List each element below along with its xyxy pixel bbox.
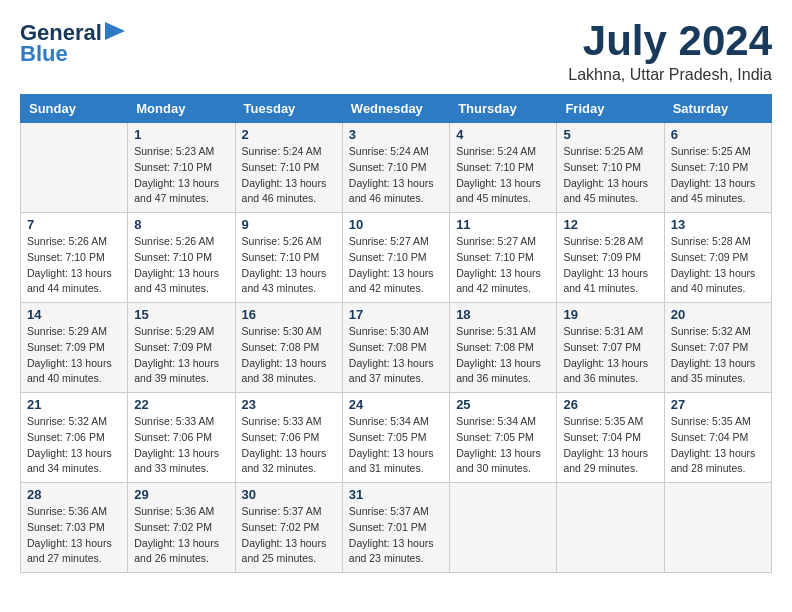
day-number: 27 <box>671 397 765 412</box>
day-info: Sunrise: 5:25 AMSunset: 7:10 PMDaylight:… <box>671 144 765 207</box>
logo-text-blue: Blue <box>20 42 68 66</box>
week-row-3: 14Sunrise: 5:29 AMSunset: 7:09 PMDayligh… <box>21 303 772 393</box>
col-header-saturday: Saturday <box>664 95 771 123</box>
day-number: 19 <box>563 307 657 322</box>
calendar-cell <box>21 123 128 213</box>
calendar-cell: 28Sunrise: 5:36 AMSunset: 7:03 PMDayligh… <box>21 483 128 573</box>
day-info: Sunrise: 5:29 AMSunset: 7:09 PMDaylight:… <box>27 324 121 387</box>
day-number: 3 <box>349 127 443 142</box>
day-info: Sunrise: 5:32 AMSunset: 7:07 PMDaylight:… <box>671 324 765 387</box>
day-number: 24 <box>349 397 443 412</box>
calendar-cell: 20Sunrise: 5:32 AMSunset: 7:07 PMDayligh… <box>664 303 771 393</box>
day-info: Sunrise: 5:24 AMSunset: 7:10 PMDaylight:… <box>349 144 443 207</box>
page-header: General Blue July 2024 Lakhna, Uttar Pra… <box>20 20 772 84</box>
calendar-table: SundayMondayTuesdayWednesdayThursdayFrid… <box>20 94 772 573</box>
week-row-2: 7Sunrise: 5:26 AMSunset: 7:10 PMDaylight… <box>21 213 772 303</box>
day-info: Sunrise: 5:24 AMSunset: 7:10 PMDaylight:… <box>456 144 550 207</box>
day-info: Sunrise: 5:30 AMSunset: 7:08 PMDaylight:… <box>349 324 443 387</box>
day-info: Sunrise: 5:37 AMSunset: 7:02 PMDaylight:… <box>242 504 336 567</box>
day-number: 7 <box>27 217 121 232</box>
day-info: Sunrise: 5:35 AMSunset: 7:04 PMDaylight:… <box>671 414 765 477</box>
svg-marker-0 <box>105 22 125 40</box>
day-number: 25 <box>456 397 550 412</box>
calendar-cell: 17Sunrise: 5:30 AMSunset: 7:08 PMDayligh… <box>342 303 449 393</box>
calendar-cell: 9Sunrise: 5:26 AMSunset: 7:10 PMDaylight… <box>235 213 342 303</box>
calendar-cell: 31Sunrise: 5:37 AMSunset: 7:01 PMDayligh… <box>342 483 449 573</box>
calendar-cell: 21Sunrise: 5:32 AMSunset: 7:06 PMDayligh… <box>21 393 128 483</box>
logo: General Blue <box>20 20 127 66</box>
calendar-cell: 14Sunrise: 5:29 AMSunset: 7:09 PMDayligh… <box>21 303 128 393</box>
calendar-cell: 13Sunrise: 5:28 AMSunset: 7:09 PMDayligh… <box>664 213 771 303</box>
day-info: Sunrise: 5:26 AMSunset: 7:10 PMDaylight:… <box>134 234 228 297</box>
day-info: Sunrise: 5:33 AMSunset: 7:06 PMDaylight:… <box>134 414 228 477</box>
day-number: 11 <box>456 217 550 232</box>
day-number: 9 <box>242 217 336 232</box>
day-number: 23 <box>242 397 336 412</box>
calendar-cell: 27Sunrise: 5:35 AMSunset: 7:04 PMDayligh… <box>664 393 771 483</box>
day-info: Sunrise: 5:34 AMSunset: 7:05 PMDaylight:… <box>349 414 443 477</box>
calendar-cell: 19Sunrise: 5:31 AMSunset: 7:07 PMDayligh… <box>557 303 664 393</box>
day-info: Sunrise: 5:25 AMSunset: 7:10 PMDaylight:… <box>563 144 657 207</box>
location-title: Lakhna, Uttar Pradesh, India <box>568 66 772 84</box>
title-block: July 2024 Lakhna, Uttar Pradesh, India <box>568 20 772 84</box>
calendar-cell: 6Sunrise: 5:25 AMSunset: 7:10 PMDaylight… <box>664 123 771 213</box>
calendar-cell: 7Sunrise: 5:26 AMSunset: 7:10 PMDaylight… <box>21 213 128 303</box>
calendar-cell <box>557 483 664 573</box>
day-number: 4 <box>456 127 550 142</box>
day-number: 21 <box>27 397 121 412</box>
col-header-wednesday: Wednesday <box>342 95 449 123</box>
day-number: 2 <box>242 127 336 142</box>
day-info: Sunrise: 5:26 AMSunset: 7:10 PMDaylight:… <box>242 234 336 297</box>
day-number: 22 <box>134 397 228 412</box>
day-number: 16 <box>242 307 336 322</box>
calendar-cell: 29Sunrise: 5:36 AMSunset: 7:02 PMDayligh… <box>128 483 235 573</box>
calendar-cell: 11Sunrise: 5:27 AMSunset: 7:10 PMDayligh… <box>450 213 557 303</box>
calendar-cell <box>450 483 557 573</box>
day-info: Sunrise: 5:26 AMSunset: 7:10 PMDaylight:… <box>27 234 121 297</box>
day-info: Sunrise: 5:24 AMSunset: 7:10 PMDaylight:… <box>242 144 336 207</box>
calendar-cell: 1Sunrise: 5:23 AMSunset: 7:10 PMDaylight… <box>128 123 235 213</box>
calendar-cell: 10Sunrise: 5:27 AMSunset: 7:10 PMDayligh… <box>342 213 449 303</box>
day-info: Sunrise: 5:35 AMSunset: 7:04 PMDaylight:… <box>563 414 657 477</box>
day-info: Sunrise: 5:37 AMSunset: 7:01 PMDaylight:… <box>349 504 443 567</box>
week-row-5: 28Sunrise: 5:36 AMSunset: 7:03 PMDayligh… <box>21 483 772 573</box>
day-number: 1 <box>134 127 228 142</box>
week-row-1: 1Sunrise: 5:23 AMSunset: 7:10 PMDaylight… <box>21 123 772 213</box>
day-number: 28 <box>27 487 121 502</box>
day-info: Sunrise: 5:29 AMSunset: 7:09 PMDaylight:… <box>134 324 228 387</box>
day-info: Sunrise: 5:36 AMSunset: 7:02 PMDaylight:… <box>134 504 228 567</box>
calendar-cell: 18Sunrise: 5:31 AMSunset: 7:08 PMDayligh… <box>450 303 557 393</box>
calendar-cell: 24Sunrise: 5:34 AMSunset: 7:05 PMDayligh… <box>342 393 449 483</box>
calendar-cell <box>664 483 771 573</box>
day-info: Sunrise: 5:32 AMSunset: 7:06 PMDaylight:… <box>27 414 121 477</box>
day-info: Sunrise: 5:30 AMSunset: 7:08 PMDaylight:… <box>242 324 336 387</box>
logo-arrow-icon <box>105 20 127 42</box>
day-number: 31 <box>349 487 443 502</box>
day-info: Sunrise: 5:27 AMSunset: 7:10 PMDaylight:… <box>349 234 443 297</box>
day-info: Sunrise: 5:31 AMSunset: 7:07 PMDaylight:… <box>563 324 657 387</box>
day-number: 8 <box>134 217 228 232</box>
day-number: 12 <box>563 217 657 232</box>
calendar-cell: 8Sunrise: 5:26 AMSunset: 7:10 PMDaylight… <box>128 213 235 303</box>
day-info: Sunrise: 5:28 AMSunset: 7:09 PMDaylight:… <box>563 234 657 297</box>
calendar-cell: 12Sunrise: 5:28 AMSunset: 7:09 PMDayligh… <box>557 213 664 303</box>
calendar-cell: 5Sunrise: 5:25 AMSunset: 7:10 PMDaylight… <box>557 123 664 213</box>
day-number: 18 <box>456 307 550 322</box>
col-header-monday: Monday <box>128 95 235 123</box>
calendar-cell: 30Sunrise: 5:37 AMSunset: 7:02 PMDayligh… <box>235 483 342 573</box>
day-number: 14 <box>27 307 121 322</box>
day-info: Sunrise: 5:36 AMSunset: 7:03 PMDaylight:… <box>27 504 121 567</box>
day-number: 30 <box>242 487 336 502</box>
day-number: 26 <box>563 397 657 412</box>
week-row-4: 21Sunrise: 5:32 AMSunset: 7:06 PMDayligh… <box>21 393 772 483</box>
day-info: Sunrise: 5:33 AMSunset: 7:06 PMDaylight:… <box>242 414 336 477</box>
day-number: 10 <box>349 217 443 232</box>
calendar-cell: 26Sunrise: 5:35 AMSunset: 7:04 PMDayligh… <box>557 393 664 483</box>
calendar-cell: 22Sunrise: 5:33 AMSunset: 7:06 PMDayligh… <box>128 393 235 483</box>
day-info: Sunrise: 5:31 AMSunset: 7:08 PMDaylight:… <box>456 324 550 387</box>
col-header-sunday: Sunday <box>21 95 128 123</box>
col-header-tuesday: Tuesday <box>235 95 342 123</box>
day-info: Sunrise: 5:27 AMSunset: 7:10 PMDaylight:… <box>456 234 550 297</box>
day-number: 29 <box>134 487 228 502</box>
col-header-friday: Friday <box>557 95 664 123</box>
